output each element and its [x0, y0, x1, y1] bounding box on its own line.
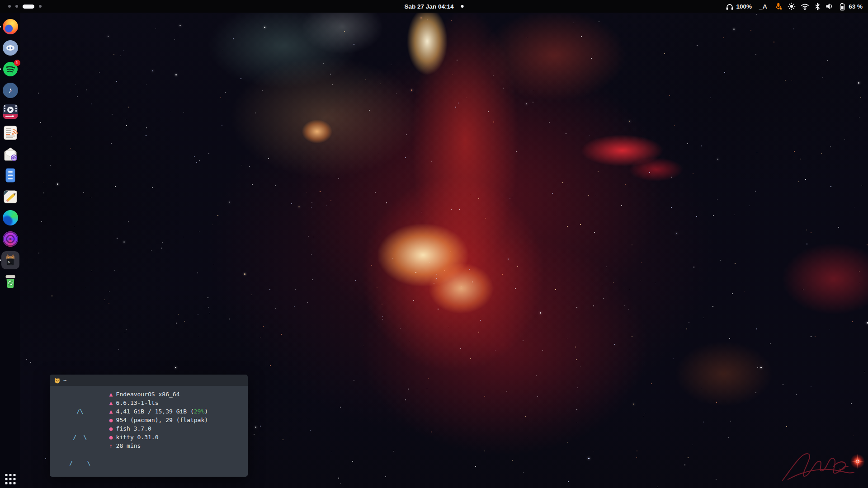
terminal-line: ●kitty 0.31.0	[109, 433, 208, 441]
memory-line: ▲4,41 GiB / 15,39 GiB (29%)	[109, 407, 208, 416]
headphone-battery-indicator[interactable]: 100%	[726, 3, 752, 10]
headphone-battery-level: 100%	[736, 3, 752, 10]
music-note-icon: ♪	[3, 83, 18, 98]
notification-dot	[461, 5, 463, 8]
bluetooth-icon[interactable]	[814, 3, 821, 10]
workspace-indicator[interactable]	[8, 5, 42, 9]
dock-item-spotify[interactable]: 1	[3, 61, 18, 77]
workspace-dot-2[interactable]	[15, 5, 18, 8]
cat-icon	[54, 377, 61, 384]
trash-icon	[3, 274, 18, 289]
terminal-tab-title[interactable]: ~	[63, 377, 66, 384]
workspace-dot-1[interactable]	[8, 5, 11, 8]
fetch-info: ▲EndeavourOS x86_64 ▲6.6.13-1-lts ▲4,41 …	[109, 390, 208, 477]
file-cabinet-icon	[3, 168, 18, 183]
running-indicator	[0, 26, 1, 28]
dock-item-news-reader[interactable]	[3, 125, 18, 141]
dock-item-file-cabinet[interactable]	[3, 168, 18, 183]
brightness-icon[interactable]	[788, 2, 796, 10]
dock-item-trash[interactable]	[3, 274, 18, 289]
discord-icon	[3, 40, 18, 56]
volume-icon[interactable]	[826, 3, 833, 10]
active-app-highlight: >_	[1, 251, 19, 269]
endeavouros-ascii-logo: /\ / \ / \ / \ / ,, \ / | | \ /_-'' ''-_…	[55, 390, 105, 477]
svg-text:>_: >_	[8, 260, 12, 264]
kitty-icon: >_	[3, 253, 18, 268]
dock-item-firefox[interactable]	[3, 19, 18, 34]
dock-item-text-editor[interactable]	[3, 189, 18, 204]
dock-item-discord[interactable]	[3, 40, 18, 56]
dock-item-video-player[interactable]	[3, 104, 18, 119]
spotify-notification-badge: 1	[14, 60, 20, 66]
running-indicator	[0, 259, 1, 261]
workspace-dot-4[interactable]	[39, 5, 42, 8]
text-editor-icon	[3, 189, 18, 204]
dock-item-mail[interactable]	[3, 146, 18, 162]
video-player-icon	[3, 104, 18, 119]
terminal-content: /\ / \ / \ / \ / ,, \ / | | \ /_-'' ''-_…	[50, 386, 248, 477]
dock-item-spiral-media-player[interactable]	[3, 231, 18, 247]
dock-item-kitty-terminal[interactable]: >_	[3, 253, 18, 268]
system-tray: 100% _A	[726, 2, 863, 11]
show-applications-button[interactable]	[5, 474, 15, 484]
dock-item-music-player[interactable]: ♪	[3, 83, 18, 98]
uptime-line: ↑28 mins	[109, 441, 208, 450]
clock[interactable]: Sab 27 Jan 04:14	[405, 3, 454, 10]
dock: 1 ♪	[0, 13, 20, 488]
dock-item-edge-browser[interactable]	[3, 210, 18, 225]
battery-icon	[838, 2, 846, 11]
news-reader-icon	[3, 125, 18, 141]
headphones-icon	[726, 3, 734, 10]
kernel-line: ▲6.6.13-1-lts	[109, 399, 208, 407]
artist-signature	[779, 441, 858, 483]
kitty-terminal-window[interactable]: ~ /\ / \ / \ / \ / ,, \ / | | \ /_-'' ''…	[50, 375, 248, 477]
mail-icon	[3, 146, 18, 162]
top-bar: Sab 27 Jan 04:14 100% _A	[0, 0, 868, 13]
edge-icon	[3, 210, 18, 225]
workspace-pill-active[interactable]	[23, 5, 34, 9]
microphone-muted-icon[interactable]	[774, 2, 783, 10]
wifi-icon[interactable]	[801, 3, 809, 10]
desktop: Sab 27 Jan 04:14 100% _A	[0, 0, 868, 488]
keyboard-layout-indicator[interactable]: _A	[759, 3, 767, 10]
terminal-tab-bar[interactable]: ~	[50, 375, 248, 386]
clock-area[interactable]: Sab 27 Jan 04:14	[405, 3, 464, 10]
packages-line: ●954 (pacman), 29 (flatpak)	[109, 416, 208, 424]
running-indicator	[0, 68, 1, 70]
firefox-icon	[3, 19, 18, 34]
spiral-icon	[3, 231, 18, 247]
shell-line: ●fish 3.7.0	[109, 424, 208, 433]
os-line: ▲EndeavourOS x86_64	[109, 390, 208, 399]
battery-indicator[interactable]: 63 %	[838, 2, 863, 11]
battery-level: 63 %	[849, 3, 863, 10]
